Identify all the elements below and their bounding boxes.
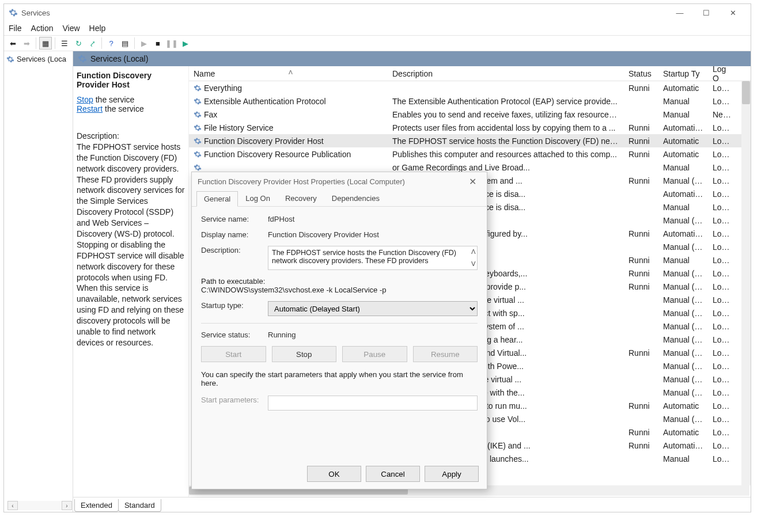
minimize-button[interactable]: — xyxy=(667,4,693,21)
window-title: Services xyxy=(21,9,50,17)
label-path: Path to executable: xyxy=(201,277,478,286)
value-path: C:\WINDOWS\system32\svchost.exe -k Local… xyxy=(201,286,478,294)
help-icon[interactable]: ? xyxy=(105,37,118,50)
apply-button[interactable]: Apply xyxy=(425,466,479,482)
col-description[interactable]: Description xyxy=(388,69,624,78)
tree-scrollbar[interactable]: ‹› xyxy=(7,500,72,511)
menu-action[interactable]: Action xyxy=(31,24,54,33)
restart-icon[interactable]: ▶ xyxy=(179,37,192,50)
label-service-name: Service name: xyxy=(201,215,268,223)
tab-recovery[interactable]: Recovery xyxy=(278,191,324,206)
menu-view[interactable]: View xyxy=(62,24,79,33)
tree-pane: Services (Loca xyxy=(4,51,73,512)
label-startup-type: Startup type: xyxy=(201,301,268,310)
scroll-down-icon[interactable]: ᐯ xyxy=(471,260,476,268)
dialog-tabs: General Log On Recovery Dependencies xyxy=(192,191,487,207)
cancel-button[interactable]: Cancel xyxy=(366,466,420,482)
startup-type-select[interactable]: Automatic (Delayed Start) xyxy=(268,301,478,316)
stop-icon[interactable]: ■ xyxy=(152,37,164,50)
bottom-tabs: Extended Standard xyxy=(73,497,751,512)
pause-button: Pause xyxy=(342,346,407,362)
detail-pane: Function Discovery Provider Host Stop th… xyxy=(73,66,188,497)
tab-extended[interactable]: Extended xyxy=(74,499,119,512)
selected-service-title: Function Discovery Provider Host xyxy=(77,71,185,89)
column-headers: Nameᐱ Description Status Startup Ty Log … xyxy=(189,66,751,81)
description-text: The FDPHOST service hosts the Function D… xyxy=(77,142,185,348)
tab-general[interactable]: General xyxy=(196,191,238,207)
value-display-name: Function Discovery Provider Host xyxy=(268,230,478,239)
toolbar-icon-1[interactable]: ▦ xyxy=(39,37,52,50)
table-row[interactable]: EverythingRunniAutomaticLocal S xyxy=(189,81,751,94)
maximize-button[interactable]: ☐ xyxy=(693,4,720,21)
table-row[interactable]: File History ServiceProtects user files … xyxy=(189,121,751,134)
app-icon xyxy=(9,8,18,17)
titlebar: Services — ☐ ✕ xyxy=(4,4,751,21)
resume-button: Resume xyxy=(413,346,478,362)
tree-item-services[interactable]: Services (Loca xyxy=(6,55,70,63)
description-label: Description: xyxy=(77,131,185,142)
menu-file[interactable]: File xyxy=(9,24,22,33)
forward-button[interactable]: ➡ xyxy=(20,37,33,50)
properties-dialog: Function Discovery Provider Host Propert… xyxy=(191,172,487,489)
toolbar-icon-3[interactable]: ▤ xyxy=(119,37,131,50)
toolbar-icon-2[interactable]: ☰ xyxy=(58,37,71,50)
pause-icon[interactable]: ❚❚ xyxy=(165,37,178,50)
label-start-params: Start parameters: xyxy=(201,396,268,404)
export-icon[interactable]: ⤤ xyxy=(86,37,99,50)
description-field[interactable]: The FDPHOST service hosts the Function D… xyxy=(268,246,478,270)
col-logon[interactable]: Log O xyxy=(708,66,737,83)
start-icon[interactable]: ▶ xyxy=(138,37,150,50)
menubar: File Action View Help xyxy=(4,21,751,35)
content-header: Services (Local) xyxy=(73,51,751,66)
label-display-name: Display name: xyxy=(201,230,268,239)
value-service-name: fdPHost xyxy=(268,215,478,223)
label-description: Description: xyxy=(201,246,268,254)
dialog-title: Function Discovery Provider Host Propert… xyxy=(198,177,405,186)
ok-button[interactable]: OK xyxy=(307,466,361,482)
dialog-close-button[interactable]: ✕ xyxy=(464,176,481,187)
label-service-status: Service status: xyxy=(201,330,268,339)
tab-dependencies[interactable]: Dependencies xyxy=(324,191,387,206)
col-status[interactable]: Status xyxy=(624,69,658,78)
stop-button[interactable]: Stop xyxy=(272,346,337,362)
start-button: Start xyxy=(201,346,266,362)
table-row[interactable]: Function Discovery Resource PublicationP… xyxy=(189,147,751,161)
table-row[interactable]: Extensible Authentication ProtocolThe Ex… xyxy=(189,94,751,108)
tab-logon[interactable]: Log On xyxy=(238,191,278,206)
tab-standard[interactable]: Standard xyxy=(118,499,161,512)
sort-asc-icon: ᐱ xyxy=(289,69,293,75)
close-button[interactable]: ✕ xyxy=(720,4,746,21)
toolbar: ⬅ ➡ ▦ ☰ ↻ ⤤ ? ▤ ▶ ■ ❚❚ ▶ xyxy=(4,35,751,51)
stop-link[interactable]: Stop xyxy=(77,95,93,104)
table-row[interactable]: Function Discovery Provider HostThe FDPH… xyxy=(189,134,751,147)
back-button[interactable]: ⬅ xyxy=(6,37,19,50)
start-params-input[interactable] xyxy=(268,396,478,411)
table-row[interactable]: FaxEnables you to send and receive faxes… xyxy=(189,108,751,121)
col-startup[interactable]: Startup Ty xyxy=(658,69,708,78)
menu-help[interactable]: Help xyxy=(89,24,106,33)
gear-icon xyxy=(78,54,87,63)
refresh-icon[interactable]: ↻ xyxy=(72,37,85,50)
vertical-scrollbar[interactable] xyxy=(741,81,751,485)
restart-link[interactable]: Restart xyxy=(77,104,103,113)
scroll-up-icon[interactable]: ᐱ xyxy=(471,248,476,256)
col-name[interactable]: Nameᐱ xyxy=(189,69,388,78)
param-hint: You can specify the start parameters tha… xyxy=(201,370,478,387)
value-service-status: Running xyxy=(268,330,478,339)
